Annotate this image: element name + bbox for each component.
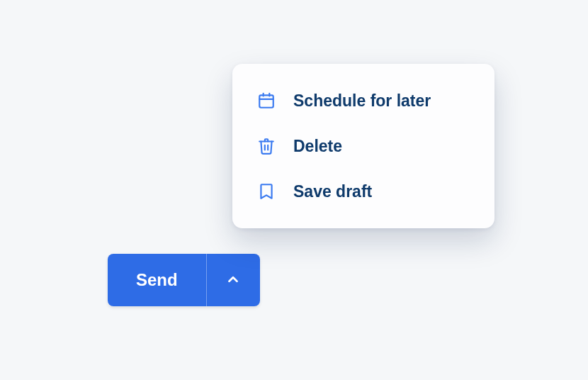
menu-item-schedule[interactable]: Schedule for later [232, 78, 494, 123]
menu-item-label: Schedule for later [293, 91, 431, 111]
chevron-up-icon [225, 272, 241, 289]
bookmark-icon [256, 181, 276, 201]
menu-item-delete[interactable]: Delete [232, 123, 494, 169]
actions-menu: Schedule for later Delete Save draft [232, 64, 494, 228]
svg-rect-0 [259, 95, 273, 107]
calendar-icon [256, 91, 276, 111]
send-button[interactable]: Send [108, 254, 206, 306]
menu-item-save-draft[interactable]: Save draft [232, 169, 494, 214]
send-split-button: Send [108, 254, 260, 306]
menu-item-label: Save draft [293, 182, 372, 201]
more-actions-button[interactable] [206, 254, 260, 306]
trash-icon [256, 136, 276, 156]
menu-item-label: Delete [293, 137, 342, 156]
send-button-label: Send [136, 270, 178, 290]
